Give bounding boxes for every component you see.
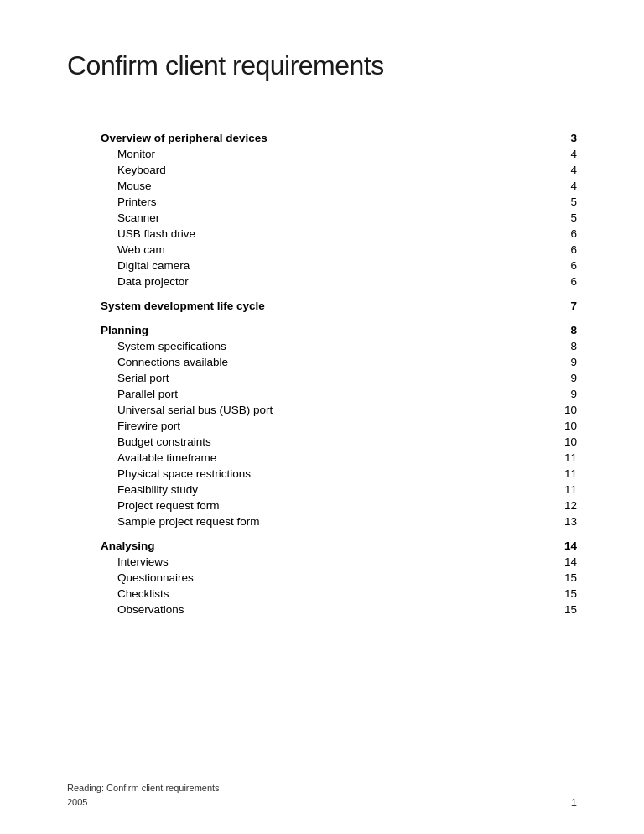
toc-item-page-3-2: 15 — [560, 587, 577, 600]
toc-section-header-2: Planning8 — [101, 324, 577, 336]
toc-item-page-2-9: 11 — [560, 483, 577, 496]
toc-item-2-6: Budget constraints10 — [101, 435, 577, 448]
toc-item-page-0-6: 6 — [560, 243, 577, 256]
toc-item-label-3-0: Interviews — [117, 555, 560, 568]
toc-item-3-0: Interviews14 — [101, 555, 577, 568]
footer-label: Reading: Confirm client requirements — [67, 781, 220, 795]
toc-item-page-2-5: 10 — [560, 420, 577, 432]
toc-section-page-0: 3 — [560, 132, 577, 144]
toc-item-page-2-8: 11 — [560, 467, 577, 480]
toc-item-2-1: Connections available9 — [101, 356, 577, 368]
toc-item-label-2-7: Available timeframe — [117, 451, 560, 464]
toc-item-2-11: Sample project request form13 — [101, 515, 577, 528]
toc-section-label-0: Overview of peripheral devices — [101, 132, 560, 144]
toc-item-label-2-9: Feasibility study — [117, 483, 560, 496]
toc-item-2-5: Firewire port10 — [101, 420, 577, 432]
toc-item-page-0-7: 6 — [560, 259, 577, 272]
toc-item-label-2-2: Serial port — [117, 372, 560, 384]
toc-item-page-0-4: 5 — [560, 211, 577, 224]
footer-page-number: 1 — [571, 796, 577, 809]
toc-item-3-2: Checklists15 — [101, 587, 577, 600]
toc-item-2-10: Project request form12 — [101, 499, 577, 512]
page: Confirm client requirements Overview of … — [0, 0, 644, 834]
toc-section-header-3: Analysing14 — [101, 539, 577, 552]
toc-item-page-0-8: 6 — [560, 275, 577, 288]
toc-item-label-0-3: Printers — [117, 195, 560, 208]
toc-item-page-2-7: 11 — [560, 451, 577, 464]
footer-left: Reading: Confirm client requirements 200… — [67, 781, 220, 809]
toc-item-page-2-6: 10 — [560, 435, 577, 448]
toc-item-2-2: Serial port9 — [101, 372, 577, 384]
page-title: Confirm client requirements — [67, 50, 577, 81]
toc-item-label-0-7: Digital camera — [117, 259, 560, 272]
toc-item-label-0-0: Monitor — [117, 148, 560, 160]
toc-item-2-3: Parallel port9 — [101, 388, 577, 400]
toc-item-3-3: Observations15 — [101, 603, 577, 616]
footer-year: 2005 — [67, 795, 220, 810]
toc-item-label-3-1: Questionnaires — [117, 571, 560, 584]
footer: Reading: Confirm client requirements 200… — [67, 781, 577, 809]
toc-item-0-0: Monitor4 — [101, 148, 577, 160]
toc-section-label-3: Analysing — [101, 539, 560, 552]
toc-item-label-2-5: Firewire port — [117, 420, 560, 432]
toc-item-label-2-3: Parallel port — [117, 388, 560, 400]
toc-item-page-2-11: 13 — [560, 515, 577, 528]
toc-item-page-2-0: 8 — [560, 340, 577, 352]
toc-section-page-2: 8 — [560, 324, 577, 336]
toc-section-page-3: 14 — [560, 539, 577, 552]
toc-item-page-2-10: 12 — [560, 499, 577, 512]
toc-item-page-3-0: 14 — [560, 555, 577, 568]
toc-item-0-1: Keyboard4 — [101, 164, 577, 176]
toc-item-label-0-4: Scanner — [117, 211, 560, 224]
toc-section-page-1: 7 — [560, 300, 577, 312]
toc-item-label-2-4: Universal serial bus (USB) port — [117, 404, 560, 416]
toc-item-2-4: Universal serial bus (USB) port10 — [101, 404, 577, 416]
toc-item-2-0: System specifications8 — [101, 340, 577, 352]
toc-item-2-9: Feasibility study11 — [101, 483, 577, 496]
toc-section-header-1: System development life cycle7 — [101, 300, 577, 312]
toc-item-0-7: Digital camera6 — [101, 259, 577, 272]
toc-item-label-2-8: Physical space restrictions — [117, 467, 560, 480]
toc-item-label-2-11: Sample project request form — [117, 515, 560, 528]
toc-item-0-3: Printers5 — [101, 195, 577, 208]
toc-item-label-0-2: Mouse — [117, 180, 560, 192]
toc-item-0-4: Scanner5 — [101, 211, 577, 224]
toc-item-label-0-1: Keyboard — [117, 164, 560, 176]
toc-item-page-0-0: 4 — [560, 148, 577, 160]
toc-item-page-0-5: 6 — [560, 227, 577, 240]
toc-item-0-5: USB flash drive6 — [101, 227, 577, 240]
toc-item-label-0-6: Web cam — [117, 243, 560, 256]
toc-item-page-2-2: 9 — [560, 372, 577, 384]
toc-item-page-3-1: 15 — [560, 571, 577, 584]
toc-section-label-2: Planning — [101, 324, 560, 336]
toc-item-label-3-2: Checklists — [117, 587, 560, 600]
table-of-contents: Overview of peripheral devices3Monitor4K… — [101, 132, 577, 616]
toc-item-page-0-3: 5 — [560, 195, 577, 208]
toc-item-label-0-5: USB flash drive — [117, 227, 560, 240]
toc-item-3-1: Questionnaires15 — [101, 571, 577, 584]
toc-section-header-0: Overview of peripheral devices3 — [101, 132, 577, 144]
toc-item-0-6: Web cam6 — [101, 243, 577, 256]
toc-item-page-3-3: 15 — [560, 603, 577, 616]
toc-item-label-2-0: System specifications — [117, 340, 560, 352]
toc-item-label-2-1: Connections available — [117, 356, 560, 368]
toc-item-page-2-3: 9 — [560, 388, 577, 400]
toc-item-0-2: Mouse4 — [101, 180, 577, 192]
toc-item-page-2-1: 9 — [560, 356, 577, 368]
toc-item-0-8: Data projector6 — [101, 275, 577, 288]
toc-item-page-0-1: 4 — [560, 164, 577, 176]
toc-section-label-1: System development life cycle — [101, 300, 560, 312]
toc-item-2-7: Available timeframe11 — [101, 451, 577, 464]
toc-item-label-3-3: Observations — [117, 603, 560, 616]
toc-item-label-2-10: Project request form — [117, 499, 560, 512]
toc-item-2-8: Physical space restrictions11 — [101, 467, 577, 480]
toc-item-page-0-2: 4 — [560, 180, 577, 192]
toc-item-label-0-8: Data projector — [117, 275, 560, 288]
toc-item-page-2-4: 10 — [560, 404, 577, 416]
toc-item-label-2-6: Budget constraints — [117, 435, 560, 448]
